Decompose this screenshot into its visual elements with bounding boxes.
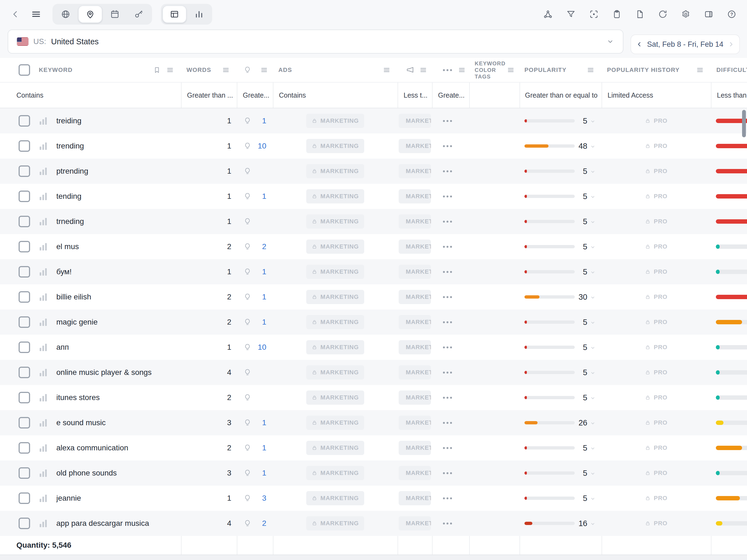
- keyword-label[interactable]: old phone sounds: [56, 469, 117, 478]
- row-checkbox[interactable]: [19, 241, 30, 252]
- chevron-down-icon[interactable]: [588, 396, 597, 401]
- menu-icon[interactable]: [28, 6, 44, 22]
- col-popularity-history[interactable]: POPULARITY HISTORY: [601, 58, 711, 82]
- bulb-icon[interactable]: [243, 393, 252, 402]
- keyword-chart-icon[interactable]: [39, 343, 48, 352]
- filter-ads[interactable]: Contains: [273, 82, 397, 108]
- keyword-label[interactable]: ptrending: [56, 167, 88, 176]
- traffic-chip[interactable]: MARKET: [398, 315, 431, 329]
- row-checkbox[interactable]: [19, 417, 30, 429]
- select-all-checkbox[interactable]: [19, 64, 30, 76]
- row-checkbox[interactable]: [19, 291, 30, 303]
- filter-popularity[interactable]: Greater than or equal to: [519, 82, 601, 108]
- ads-chip[interactable]: MARKETING: [306, 290, 364, 304]
- keyword-chart-icon[interactable]: [39, 443, 48, 452]
- ads-chip[interactable]: MARKETING: [306, 390, 364, 405]
- keyword-chart-icon[interactable]: [39, 418, 48, 427]
- scan-icon[interactable]: [586, 6, 601, 22]
- keyword-label[interactable]: бум!: [56, 268, 72, 276]
- col-actions[interactable]: [432, 58, 469, 82]
- column-menu-icon[interactable]: [508, 67, 514, 73]
- refresh-icon[interactable]: [655, 6, 670, 22]
- row-actions-ellipsis-icon[interactable]: [432, 259, 469, 284]
- column-menu-icon[interactable]: [459, 67, 465, 73]
- filter-keyword[interactable]: Contains: [0, 82, 181, 108]
- traffic-chip[interactable]: MARKET: [398, 390, 431, 405]
- filter-suggestions[interactable]: Greate...: [237, 82, 273, 108]
- location-pin-icon[interactable]: [78, 5, 102, 23]
- chevron-down-icon[interactable]: [588, 370, 597, 376]
- keyword-chart-icon[interactable]: [39, 368, 48, 377]
- traffic-chip[interactable]: MARKET: [398, 164, 431, 178]
- bulb-icon[interactable]: [243, 444, 252, 452]
- traffic-chip[interactable]: MARKET: [398, 441, 431, 455]
- row-actions-ellipsis-icon[interactable]: [432, 159, 469, 184]
- row-actions-ellipsis-icon[interactable]: [432, 284, 469, 309]
- chevron-down-icon[interactable]: [588, 270, 597, 275]
- col-popularity[interactable]: POPULARITY: [519, 58, 601, 82]
- globe-icon[interactable]: [54, 6, 77, 22]
- ads-chip[interactable]: MARKETING: [306, 164, 364, 178]
- bulb-icon[interactable]: [243, 192, 252, 200]
- keyword-chart-icon[interactable]: [39, 268, 48, 276]
- ads-chip[interactable]: MARKETING: [306, 516, 364, 531]
- suggestions-value[interactable]: 1: [252, 268, 273, 276]
- row-checkbox[interactable]: [19, 467, 30, 479]
- bulb-icon[interactable]: [243, 218, 252, 226]
- bulb-icon[interactable]: [243, 494, 252, 502]
- row-checkbox[interactable]: [19, 341, 30, 353]
- col-traffic[interactable]: [397, 58, 432, 82]
- row-checkbox[interactable]: [19, 442, 30, 454]
- chevron-down-icon[interactable]: [588, 496, 597, 502]
- row-actions-ellipsis-icon[interactable]: [432, 133, 469, 159]
- gear-icon[interactable]: [678, 6, 693, 22]
- back-icon[interactable]: [8, 6, 23, 22]
- bulb-icon[interactable]: [243, 167, 252, 175]
- ads-chip[interactable]: MARKETING: [306, 340, 364, 354]
- keyword-label[interactable]: el mus: [56, 242, 79, 251]
- chevron-down-icon[interactable]: [588, 521, 597, 527]
- ads-chip[interactable]: MARKETING: [306, 114, 364, 128]
- col-words[interactable]: WORDS: [181, 58, 237, 82]
- row-actions-ellipsis-icon[interactable]: [432, 460, 469, 486]
- ads-chip[interactable]: MARKETING: [306, 239, 364, 254]
- row-actions-ellipsis-icon[interactable]: [432, 511, 469, 536]
- ads-chip[interactable]: MARKETING: [306, 491, 364, 505]
- keyword-label[interactable]: апп: [56, 343, 69, 352]
- traffic-chip[interactable]: MARKET: [398, 340, 431, 354]
- bulb-icon[interactable]: [243, 519, 252, 528]
- chevron-down-icon[interactable]: [588, 320, 597, 325]
- suggestions-value[interactable]: 1: [252, 469, 273, 478]
- chevron-down-icon[interactable]: [588, 446, 597, 451]
- keyword-label[interactable]: trending: [56, 142, 84, 150]
- row-actions-ellipsis-icon[interactable]: [432, 108, 469, 133]
- column-menu-icon[interactable]: [587, 67, 594, 73]
- column-menu-icon[interactable]: [223, 67, 229, 73]
- row-actions-ellipsis-icon[interactable]: [432, 486, 469, 511]
- traffic-chip[interactable]: MARKET: [398, 189, 431, 203]
- bulb-icon[interactable]: [243, 418, 252, 427]
- col-suggestions[interactable]: [237, 58, 273, 82]
- suggestions-value[interactable]: 10: [252, 142, 273, 150]
- suggestions-value[interactable]: 1: [252, 318, 273, 327]
- traffic-chip[interactable]: MARKET: [398, 265, 431, 279]
- filter-icon[interactable]: [563, 6, 578, 22]
- keyword-chart-icon[interactable]: [39, 242, 48, 251]
- row-checkbox[interactable]: [19, 140, 30, 152]
- filter-traffic[interactable]: Less t...: [397, 82, 432, 108]
- ads-chip[interactable]: MARKETING: [306, 466, 364, 480]
- suggestions-value[interactable]: 1: [252, 443, 273, 452]
- key-icon[interactable]: [127, 6, 150, 22]
- traffic-chip[interactable]: MARKET: [398, 290, 431, 304]
- column-menu-icon[interactable]: [420, 67, 427, 73]
- keyword-label[interactable]: jeannie: [56, 494, 81, 503]
- bulb-icon[interactable]: [243, 268, 252, 276]
- column-menu-icon[interactable]: [383, 67, 390, 73]
- clipboard-icon[interactable]: [609, 6, 624, 22]
- suggestions-value[interactable]: 1: [252, 117, 273, 125]
- row-checkbox[interactable]: [19, 392, 30, 403]
- traffic-chip[interactable]: MARKET: [398, 365, 431, 380]
- keyword-chart-icon[interactable]: [39, 519, 48, 528]
- filter-words[interactable]: Greater than ...: [181, 82, 237, 108]
- keyword-chart-icon[interactable]: [39, 167, 48, 176]
